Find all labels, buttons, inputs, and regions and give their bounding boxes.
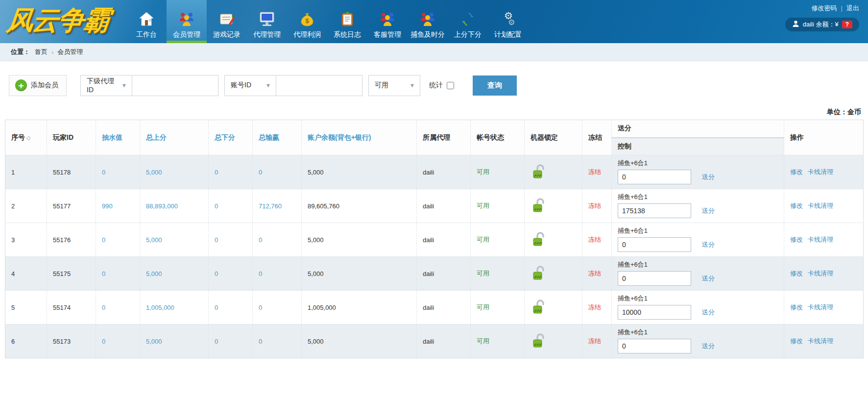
game-label: 捕鱼+6合1 bbox=[618, 159, 784, 168]
unlocked-icon[interactable] bbox=[530, 197, 547, 215]
clear-line-link[interactable]: 卡线清理 bbox=[808, 236, 833, 243]
pump-cell: 0 bbox=[96, 223, 140, 257]
header-machine-lock: 机器锁定 bbox=[525, 120, 582, 155]
nav-item-4[interactable]: 代理管理 bbox=[247, 0, 287, 43]
edit-link[interactable]: 修改 bbox=[790, 236, 803, 243]
edit-link[interactable]: 修改 bbox=[790, 270, 803, 277]
breadcrumb-home-link[interactable]: 首页 bbox=[35, 48, 48, 56]
nav-item-label: 代理利润 bbox=[293, 30, 321, 39]
send-score-link[interactable]: 送分 bbox=[702, 308, 715, 317]
nav-item-8[interactable]: 捕鱼及时分 bbox=[408, 0, 448, 43]
unlocked-icon[interactable] bbox=[530, 265, 547, 283]
clear-line-link[interactable]: 卡线清理 bbox=[808, 303, 833, 311]
total-up-cell: 5,000 bbox=[140, 155, 209, 189]
score-input[interactable] bbox=[618, 203, 691, 218]
seq-cell: 6 bbox=[5, 325, 47, 358]
clear-line-link[interactable]: 卡线清理 bbox=[808, 202, 833, 209]
edit-link[interactable]: 修改 bbox=[790, 337, 803, 345]
send-score-link[interactable]: 送分 bbox=[702, 173, 715, 181]
app-logo: 风云争霸 bbox=[5, 3, 131, 39]
status-dropdown[interactable]: 可用 ▼ bbox=[368, 75, 420, 96]
send-score-link[interactable]: 送分 bbox=[702, 274, 715, 283]
unlocked-icon[interactable] bbox=[530, 231, 547, 249]
header-total-winloss[interactable]: 总输赢 bbox=[253, 120, 302, 155]
header-seq[interactable]: 序号◇ bbox=[5, 120, 47, 155]
send-score-cell: 捕鱼+6合1送分 bbox=[612, 257, 784, 291]
nav-item-9[interactable]: 上分下分 bbox=[448, 0, 488, 43]
freeze-link[interactable]: 冻结 bbox=[588, 236, 601, 243]
machine-lock-cell bbox=[525, 155, 582, 189]
balance-cell: 5,000 bbox=[302, 155, 417, 189]
clear-line-link[interactable]: 卡线清理 bbox=[808, 337, 833, 345]
balance-badge[interactable]: ? bbox=[842, 21, 852, 28]
account-id-input[interactable] bbox=[276, 75, 362, 96]
nav-item-3[interactable]: 游戏记录 bbox=[207, 0, 247, 43]
freeze-link[interactable]: 冻结 bbox=[588, 337, 601, 345]
nav-item-label: 捕鱼及时分 bbox=[410, 30, 445, 39]
stats-checkbox[interactable] bbox=[447, 82, 454, 89]
header-pump[interactable]: 抽水值 bbox=[96, 120, 140, 155]
freeze-link[interactable]: 冻结 bbox=[588, 168, 601, 175]
agent-cell: daili bbox=[417, 189, 471, 223]
links-divider: | bbox=[841, 4, 843, 12]
clear-line-link[interactable]: 卡线清理 bbox=[808, 168, 833, 175]
send-score-cell: 捕鱼+6合1送分 bbox=[612, 189, 784, 223]
nav-item-10[interactable]: ⚙⚙计划配置 bbox=[488, 0, 528, 43]
total-up-cell: 5,000 bbox=[140, 325, 209, 358]
score-input[interactable] bbox=[618, 237, 691, 252]
total-winloss-cell: 712,760 bbox=[253, 189, 302, 223]
send-score-link[interactable]: 送分 bbox=[702, 206, 715, 215]
add-member-button[interactable]: + 添加会员 bbox=[9, 75, 67, 96]
table-row: 35517605,000005,000daili可用冻结捕鱼+6合1送分修改卡线… bbox=[5, 223, 864, 257]
chevron-down-icon: ▼ bbox=[265, 82, 271, 88]
nav-item-7[interactable]: 客服管理 bbox=[367, 0, 408, 43]
user-balance-pill[interactable]: daili 余额：¥ ? bbox=[785, 18, 859, 31]
score-input[interactable] bbox=[618, 339, 691, 353]
total-down-cell: 0 bbox=[209, 257, 253, 291]
actions-cell: 修改卡线清理 bbox=[784, 223, 864, 257]
unlocked-icon[interactable] bbox=[530, 299, 547, 317]
unlocked-icon[interactable] bbox=[530, 332, 547, 351]
sort-icon[interactable]: ◇ bbox=[26, 135, 30, 141]
svg-text:$: $ bbox=[305, 17, 309, 25]
score-input[interactable] bbox=[618, 170, 691, 184]
edit-link[interactable]: 修改 bbox=[790, 303, 803, 311]
total-down-cell: 0 bbox=[209, 223, 253, 257]
logout-link[interactable]: 退出 bbox=[846, 4, 859, 12]
nav-item-2[interactable]: 会员管理 bbox=[167, 0, 207, 43]
account-id-dropdown[interactable]: 账号ID ▼ bbox=[224, 75, 276, 96]
score-input[interactable] bbox=[618, 271, 691, 286]
freeze-link[interactable]: 冻结 bbox=[588, 270, 601, 277]
change-password-link[interactable]: 修改密码 bbox=[812, 4, 837, 12]
clear-line-link[interactable]: 卡线清理 bbox=[808, 270, 833, 277]
total-winloss-cell: 0 bbox=[253, 257, 302, 291]
send-score-link[interactable]: 送分 bbox=[702, 342, 715, 351]
freeze-link[interactable]: 冻结 bbox=[588, 303, 601, 311]
total-winloss-cell: 0 bbox=[253, 291, 302, 325]
header-actions: 操作 bbox=[784, 120, 864, 155]
send-score-link[interactable]: 送分 bbox=[702, 240, 715, 249]
agent-id-input[interactable] bbox=[132, 75, 218, 96]
machine-lock-cell bbox=[525, 325, 582, 358]
header-total-down[interactable]: 总下分 bbox=[209, 120, 253, 155]
total-winloss-cell: 0 bbox=[253, 325, 302, 358]
agent-cell: daili bbox=[417, 257, 471, 291]
header-total-up[interactable]: 总上分 bbox=[140, 120, 209, 155]
table-row: 25517799088,893,0000712,76089,605,760dai… bbox=[5, 189, 864, 223]
freeze-link[interactable]: 冻结 bbox=[588, 202, 601, 209]
nav-item-5[interactable]: $代理利润 bbox=[287, 0, 327, 43]
nav-item-1[interactable]: 工作台 bbox=[126, 0, 167, 43]
unit-label: 单位：金币 bbox=[0, 108, 861, 117]
query-button[interactable]: 查询 bbox=[473, 75, 517, 96]
agent-id-dropdown[interactable]: 下级代理ID ▼ bbox=[80, 75, 132, 96]
edit-link[interactable]: 修改 bbox=[790, 202, 803, 209]
unlocked-icon[interactable] bbox=[530, 163, 547, 181]
status-cell: 可用 bbox=[471, 257, 525, 291]
score-input[interactable] bbox=[618, 305, 691, 320]
header-balance[interactable]: 账户余额(背包+银行) bbox=[302, 120, 417, 155]
status-cell: 可用 bbox=[471, 155, 525, 189]
nav-item-6[interactable]: 系统日志 bbox=[327, 0, 367, 43]
game-label: 捕鱼+6合1 bbox=[618, 226, 784, 235]
status-cell: 可用 bbox=[471, 189, 525, 223]
edit-link[interactable]: 修改 bbox=[790, 168, 803, 175]
